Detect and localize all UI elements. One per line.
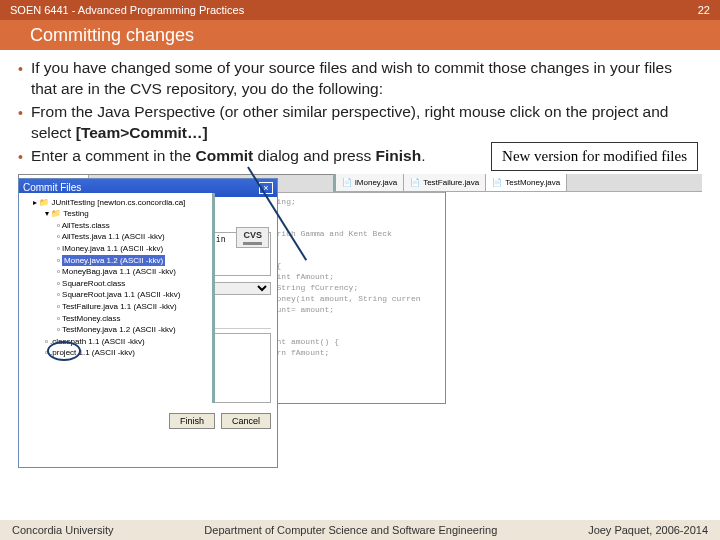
bullet-1: If you have changed some of your source … <box>31 58 702 100</box>
annotation-circle <box>47 341 81 361</box>
tab-testmoney[interactable]: 📄 TestMoney.java <box>486 174 567 191</box>
finish-button[interactable]: Finish <box>169 413 215 429</box>
slide-title-bar: Committing changes <box>0 20 720 50</box>
slide-footer: Concordia University Department of Compu… <box>0 520 720 540</box>
footer-right: Joey Paquet, 2006-2014 <box>588 524 708 536</box>
bullet-2: From the Java Perspective (or other simi… <box>31 102 702 144</box>
cancel-button[interactable]: Cancel <box>221 413 271 429</box>
commit-dialog-title: Commit Files <box>23 182 81 193</box>
footer-center: Department of Computer Science and Softw… <box>204 524 497 536</box>
footer-left: Concordia University <box>12 524 113 536</box>
course-code: SOEN 6441 - Advanced Programming Practic… <box>10 4 244 16</box>
tab-imoney[interactable]: 📄 IMoney.java <box>336 174 405 191</box>
page-number: 22 <box>698 4 710 16</box>
selected-file: Money.java 1.2 (ASCII -kkv) <box>62 255 165 267</box>
tab-testfailure[interactable]: 📄 TestFailure.java <box>404 174 486 191</box>
callout-label: New version for modified files <box>491 142 698 171</box>
slide-title: Committing changes <box>30 25 194 46</box>
cvs-logo: CVS <box>236 227 269 248</box>
slide-header: SOEN 6441 - Advanced Programming Practic… <box>0 0 720 20</box>
navigator-panel[interactable]: ▸ 📁 JUnitTesting [newton.cs.concordia.ca… <box>19 193 215 403</box>
